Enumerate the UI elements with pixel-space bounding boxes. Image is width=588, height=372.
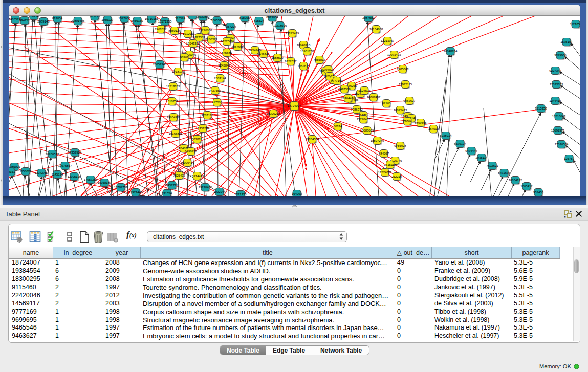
svg-text:3124534: 3124534 — [358, 89, 371, 92]
svg-text:1610753: 1610753 — [166, 100, 178, 103]
svg-text:5938914: 5938914 — [440, 134, 452, 137]
svg-text:2089146: 2089146 — [37, 20, 50, 23]
svg-text:10654122: 10654122 — [509, 179, 522, 182]
svg-text:815524: 815524 — [254, 19, 265, 23]
svg-text:1244415: 1244415 — [549, 99, 561, 102]
svg-text:2718176: 2718176 — [172, 70, 184, 73]
svg-text:13524851: 13524851 — [378, 171, 392, 174]
svg-text:818305: 818305 — [239, 16, 250, 19]
svg-text:2935114: 2935114 — [476, 156, 488, 159]
svg-text:9227343: 9227343 — [549, 69, 561, 72]
svg-text:952450: 952450 — [533, 191, 544, 194]
svg-text:10688609: 10688609 — [360, 129, 374, 132]
svg-text:7632621: 7632621 — [486, 164, 498, 167]
svg-text:19166825: 19166825 — [169, 132, 183, 135]
svg-text:4794024: 4794024 — [322, 68, 334, 71]
svg-text:12213383: 12213383 — [166, 85, 180, 88]
svg-text:8471676: 8471676 — [498, 171, 510, 174]
svg-text:3267130: 3267130 — [201, 114, 213, 117]
svg-text:98961: 98961 — [180, 56, 189, 59]
svg-text:7485063: 7485063 — [397, 68, 409, 71]
svg-text:79864: 79864 — [403, 120, 412, 123]
svg-text:2087682: 2087682 — [362, 16, 375, 19]
svg-text:9327503: 9327503 — [193, 36, 205, 39]
svg-text:1145194: 1145194 — [52, 173, 64, 176]
svg-text:19384554: 19384554 — [306, 138, 319, 141]
svg-text:12975115: 12975115 — [399, 83, 412, 86]
svg-text:515524: 515524 — [175, 17, 186, 20]
svg-text:1156829: 1156829 — [20, 170, 32, 173]
svg-text:15720407: 15720407 — [357, 118, 371, 121]
svg-text:80314: 80314 — [334, 125, 342, 128]
svg-text:9474444: 9474444 — [465, 149, 477, 152]
svg-text:7955812: 7955812 — [313, 58, 325, 61]
svg-text:20053346: 20053346 — [153, 63, 167, 66]
svg-text:2803144: 2803144 — [214, 77, 226, 80]
svg-text:6466160: 6466160 — [131, 19, 143, 23]
svg-text:7463822: 7463822 — [155, 28, 167, 31]
svg-text:62160: 62160 — [382, 102, 391, 105]
svg-text:252214: 252214 — [391, 175, 402, 178]
svg-text:18640910: 18640910 — [297, 43, 311, 47]
svg-text:16782759: 16782759 — [114, 186, 128, 189]
svg-text:12923448: 12923448 — [129, 191, 143, 194]
svg-text:931554: 931554 — [162, 192, 172, 195]
svg-text:1362615: 1362615 — [297, 64, 310, 68]
svg-text:19710485: 19710485 — [199, 186, 212, 189]
svg-text:126753: 126753 — [564, 157, 575, 160]
svg-text:1065532: 1065532 — [211, 19, 223, 22]
svg-text:831054: 831054 — [52, 17, 63, 20]
svg-text:1151313: 1151313 — [187, 16, 199, 17]
svg-text:8454749: 8454749 — [249, 49, 261, 52]
svg-text:9146821: 9146821 — [257, 52, 270, 55]
svg-text:17957255: 17957255 — [84, 178, 98, 181]
svg-text:771542: 771542 — [29, 16, 39, 17]
svg-text:1065327: 1065327 — [101, 18, 114, 21]
svg-text:8186323: 8186323 — [205, 38, 217, 41]
svg-text:12342757: 12342757 — [35, 171, 49, 174]
svg-text:6497568: 6497568 — [338, 87, 351, 91]
svg-text:7357224: 7357224 — [224, 25, 236, 28]
svg-text:10958187: 10958187 — [98, 181, 112, 184]
svg-text:10719155: 10719155 — [145, 17, 159, 20]
svg-text:13975857: 13975857 — [58, 164, 72, 167]
svg-text:17016504: 17016504 — [555, 143, 569, 146]
svg-text:18807249: 18807249 — [371, 139, 384, 142]
svg-text:1588520: 1588520 — [271, 56, 284, 59]
svg-text:417006: 417006 — [212, 101, 223, 104]
svg-text:16099414: 16099414 — [181, 161, 194, 164]
svg-text:18724007: 18724007 — [288, 104, 301, 107]
svg-text:12905135: 12905135 — [68, 175, 81, 178]
svg-text:10025433: 10025433 — [394, 108, 407, 112]
svg-text:7986372: 7986372 — [351, 108, 363, 111]
svg-text:164093: 164093 — [292, 192, 302, 195]
svg-text:9756928: 9756928 — [394, 144, 406, 147]
svg-text:9327508: 9327508 — [221, 40, 233, 43]
svg-text:994751: 994751 — [19, 19, 30, 22]
svg-text:9242848: 9242848 — [218, 64, 230, 67]
svg-text:12093853: 12093853 — [550, 83, 563, 86]
svg-text:9777169: 9777169 — [331, 79, 343, 82]
svg-text:13353594: 13353594 — [196, 127, 210, 130]
svg-text:16648784: 16648784 — [444, 50, 458, 53]
svg-text:875685: 875685 — [222, 51, 232, 54]
svg-text:7625402: 7625402 — [173, 174, 185, 177]
svg-text:1121850: 1121850 — [570, 23, 580, 26]
svg-text:39151: 39151 — [9, 170, 15, 173]
svg-text:16210643: 16210643 — [552, 115, 566, 118]
svg-text:891295: 891295 — [183, 32, 193, 35]
svg-text:19654933: 19654933 — [167, 116, 181, 119]
svg-text:16154808: 16154808 — [369, 28, 383, 31]
svg-text:9322037: 9322037 — [285, 60, 297, 63]
svg-text:10973493: 10973493 — [387, 53, 401, 56]
svg-text:10807457: 10807457 — [367, 96, 381, 99]
svg-text:2967608: 2967608 — [231, 45, 244, 48]
svg-text:6899695: 6899695 — [415, 121, 427, 124]
svg-text:16571355: 16571355 — [158, 20, 172, 23]
svg-text:884067: 884067 — [379, 152, 389, 155]
svg-text:1498222: 1498222 — [185, 150, 197, 153]
svg-text:1615112: 1615112 — [384, 163, 397, 166]
svg-text:9427552: 9427552 — [209, 89, 221, 92]
svg-text:17359924: 17359924 — [68, 151, 82, 154]
svg-text:16543362: 16543362 — [186, 42, 200, 45]
